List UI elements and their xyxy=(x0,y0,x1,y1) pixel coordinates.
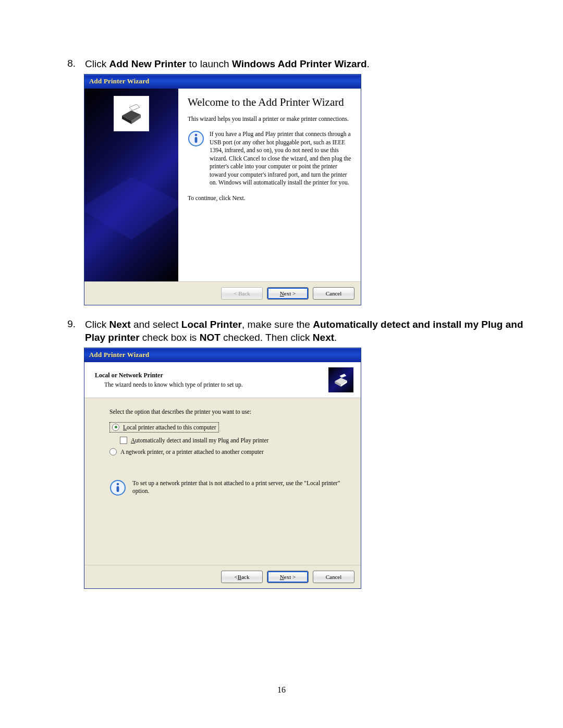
printer-icon xyxy=(114,96,149,131)
svg-point-13 xyxy=(117,483,119,486)
page-number: 16 xyxy=(0,685,563,695)
svg-marker-3 xyxy=(129,104,140,110)
wizard-description: This wizard helps you install a printer … xyxy=(188,115,351,124)
option-network-printer[interactable]: A network printer, or a printer attached… xyxy=(109,448,344,455)
wizard-header-strip: Local or Network Printer The wizard need… xyxy=(84,362,361,398)
wizard-side-art xyxy=(84,89,178,281)
dialog-add-printer-local-network: Add Printer Wizard Local or Network Prin… xyxy=(84,348,361,589)
svg-rect-14 xyxy=(117,486,119,492)
radio-icon xyxy=(109,448,117,455)
option-local-printer[interactable]: Local printer attached to this computer xyxy=(109,422,219,433)
step-number: 8. xyxy=(60,57,76,69)
wizard-page-title: Local or Network Printer xyxy=(95,372,243,379)
svg-point-6 xyxy=(195,134,198,137)
info-icon xyxy=(188,130,204,147)
option-auto-detect[interactable]: Automatically detect and install my Plug… xyxy=(120,437,344,444)
next-button[interactable]: Next > xyxy=(267,571,309,583)
wizard-heading: Welcome to the Add Printer Wizard xyxy=(188,96,351,109)
window-title: Add Printer Wizard xyxy=(84,75,361,89)
info-icon xyxy=(109,479,126,496)
step-9: 9. Click Next and select Local Printer, … xyxy=(0,318,563,344)
window-title: Add Printer Wizard xyxy=(84,348,361,362)
cancel-button[interactable]: Cancel xyxy=(313,571,354,583)
next-button[interactable]: Next > xyxy=(267,287,309,300)
back-button[interactable]: < Back xyxy=(221,571,263,583)
step-text: Click Next and select Local Printer, mak… xyxy=(85,318,532,344)
step-8: 8. Click Add New Printer to launch Windo… xyxy=(0,57,563,71)
button-bar: < Back Next > Cancel xyxy=(84,281,361,305)
wizard-page-subtitle: The wizard needs to know which type of p… xyxy=(95,381,243,388)
svg-rect-7 xyxy=(195,137,198,143)
wizard-info-text: To set up a network printer that is not … xyxy=(132,479,344,496)
svg-marker-11 xyxy=(339,374,346,378)
back-button: < Back xyxy=(221,287,263,300)
step-number: 9. xyxy=(60,318,76,330)
step-text: Click Add New Printer to launch Windows … xyxy=(85,57,532,71)
cancel-button[interactable]: Cancel xyxy=(313,287,354,300)
select-option-label: Select the option that describes the pri… xyxy=(109,409,344,415)
wizard-continue-text: To continue, click Next. xyxy=(188,194,351,203)
dialog-add-printer-welcome: Add Printer Wizard Welcome to the Add Pr… xyxy=(84,74,361,305)
printer-icon xyxy=(328,367,353,392)
button-bar: < Back Next > Cancel xyxy=(84,565,361,588)
checkbox-icon xyxy=(120,437,127,444)
radio-icon xyxy=(112,424,119,431)
wizard-info-text: If you have a Plug and Play printer that… xyxy=(210,130,351,187)
svg-marker-4 xyxy=(84,177,178,240)
